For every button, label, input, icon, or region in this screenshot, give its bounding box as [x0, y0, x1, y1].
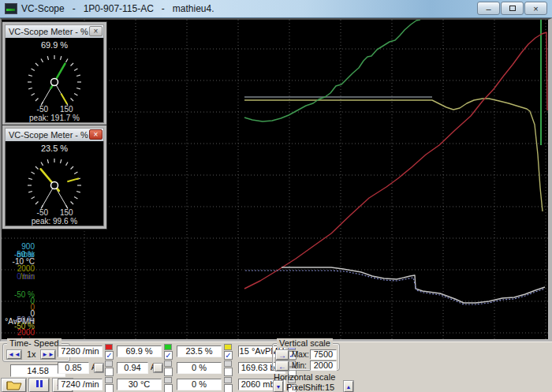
gauge-tick	[66, 162, 69, 166]
channel-color-chip	[224, 360, 232, 367]
gauge-tick	[32, 94, 35, 96]
channel-checkbox[interactable]	[224, 368, 233, 376]
channel-checkbox[interactable]	[164, 368, 173, 376]
measurement-readout: 30 °C	[117, 379, 162, 390]
af-mini-button[interactable]	[154, 364, 162, 372]
measurement-readout: 0 %	[177, 362, 222, 374]
af-mini-button[interactable]	[95, 364, 103, 372]
meter-peak: peak: 99.6 %	[6, 217, 103, 226]
pause-icon	[40, 380, 43, 387]
gauge-tick	[41, 162, 43, 166]
pixelshift-up-button[interactable]: ▲	[344, 381, 353, 392]
measurement-readout: 0.94	[117, 362, 148, 374]
gauge-peak-marker	[62, 94, 68, 104]
app-icon	[5, 3, 17, 14]
gauge-tick	[76, 192, 80, 192]
gauge-tick	[74, 94, 77, 96]
min-label: Min:	[292, 361, 307, 370]
meter-gauge	[6, 38, 105, 123]
channel-checkbox[interactable]	[224, 384, 233, 392]
gauge-hub	[51, 182, 58, 189]
gauge-tick	[32, 197, 35, 200]
channel-color-chip	[224, 377, 232, 383]
time-speed-label: Time- Speed	[7, 338, 62, 348]
gauge-tick	[32, 172, 35, 174]
channel-checkbox[interactable]: ✓	[224, 351, 233, 360]
channel-color-chip	[105, 344, 113, 350]
control-panel: Time- Speed ◄◄ 1x ►► 14.58 ◄◄ 7280 /min✓…	[0, 342, 552, 392]
channel-checkbox[interactable]	[105, 384, 114, 392]
meter-scale-min: -50	[32, 208, 48, 217]
maximize-icon	[509, 6, 516, 11]
speed-value: 1x	[27, 349, 36, 359]
gauge-tick	[71, 166, 74, 170]
meter-close-button[interactable]: ×	[89, 129, 103, 140]
gauge-tick	[28, 88, 32, 89]
gauge-tick	[35, 166, 39, 170]
trace-blue-dotted	[245, 271, 545, 304]
measurement-readout: 7280 /min	[58, 345, 103, 357]
meter-gauge	[6, 141, 105, 226]
vc-scope-window: VC-Scope - 1P0-907-115-AC - mathieu4. – …	[0, 0, 552, 392]
close-icon: ×	[533, 4, 538, 13]
channel-color-chip	[164, 344, 172, 350]
trace-green	[244, 20, 420, 121]
meter-dial-area: 23.5 %-50150peak: 99.6 %	[5, 141, 104, 226]
speed-slower-button[interactable]: ◄◄	[7, 350, 21, 359]
measurement-readout: 23.5 %	[177, 345, 222, 357]
channel-color-chip	[105, 377, 113, 383]
open-file-button[interactable]	[2, 379, 26, 392]
meter-window-2[interactable]: VC-Scope Meter - %×23.5 %-50150peak: 99.…	[2, 125, 107, 230]
close-button[interactable]: ×	[524, 2, 547, 15]
channel-checkbox[interactable]: ✓	[105, 351, 114, 360]
title-bar[interactable]: VC-Scope - 1P0-907-115-AC - mathieu4. – …	[0, 0, 552, 18]
channel-color-chip	[164, 360, 172, 367]
vertical-scale-group: Vertical scale → Max: 7500 ← Min: 2000	[272, 343, 340, 371]
gauge-tick	[47, 56, 48, 60]
minimize-button[interactable]: –	[477, 2, 500, 15]
gauge-hub	[51, 79, 58, 86]
meter-title-bar[interactable]: VC-Scope Meter - %×	[5, 24, 104, 38]
gauge-tick	[66, 59, 69, 62]
meter-close-button[interactable]: ×	[89, 26, 103, 36]
gauge-tick	[35, 202, 39, 205]
meter-title: VC-Scope Meter - %	[9, 130, 88, 140]
spin-up-icon: ▲	[346, 384, 352, 390]
gauge-tick	[35, 99, 39, 102]
measurement-readout: 69.9 %	[117, 345, 162, 357]
arrow-right-icon: →	[278, 351, 286, 360]
gauge-tick	[71, 63, 74, 66]
minimize-icon: –	[486, 4, 490, 13]
meter-window-1[interactable]: VC-Scope Meter - %×69.9 %-50150peak: 191…	[2, 21, 107, 126]
pixelshift-down-button[interactable]: ▼	[274, 381, 283, 392]
scale-min-button[interactable]: ←	[276, 361, 289, 371]
gauge-tick	[61, 56, 62, 60]
gauge-tick	[61, 159, 62, 163]
meter-scale-max: 150	[60, 105, 73, 114]
gauge-tick	[32, 69, 35, 71]
trace-red	[244, 32, 547, 289]
meter-scale-max: 150	[60, 208, 73, 217]
gauge-tick	[28, 178, 32, 179]
channel-color-chip	[105, 360, 113, 367]
window-title: VC-Scope - 1P0-907-115-AC - mathieu4.	[21, 3, 214, 14]
meter-title: VC-Scope Meter - %	[9, 27, 88, 36]
channel-checkbox[interactable]: ✓	[164, 351, 173, 360]
maximize-button[interactable]	[501, 2, 524, 15]
gauge-tick	[35, 63, 39, 66]
gauge-tick	[76, 75, 80, 76]
meter-title-bar[interactable]: VC-Scope Meter - %×	[5, 128, 104, 141]
gauge-tick	[74, 69, 77, 71]
rewind-icon: ◄◄	[8, 351, 21, 358]
channel-checkbox[interactable]	[164, 384, 173, 392]
channel-checkbox[interactable]	[105, 368, 114, 376]
pause-button[interactable]	[29, 379, 49, 392]
gauge-tick	[41, 59, 43, 62]
pause-icon	[36, 380, 39, 387]
min-scale-field[interactable]: 2000	[310, 360, 337, 371]
scale-max-button[interactable]: →	[276, 350, 289, 360]
forward-icon: ►►	[42, 351, 54, 358]
speed-faster-button[interactable]: ►►	[41, 350, 55, 359]
max-scale-field[interactable]: 7500	[310, 349, 337, 360]
meter-peak: peak: 191.7 %	[6, 114, 103, 122]
